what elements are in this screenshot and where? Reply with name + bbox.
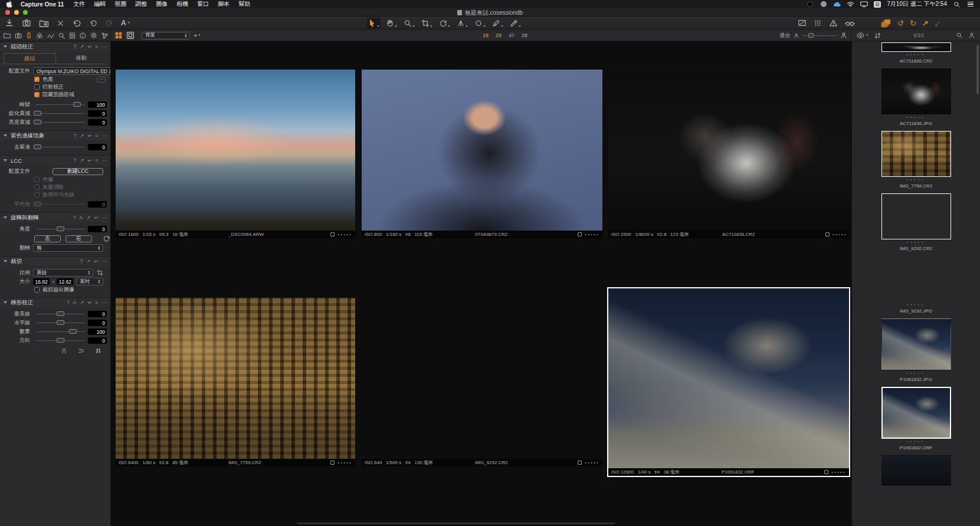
photo-night-bridge[interactable] xyxy=(608,288,849,468)
keystone-horizontal-icon[interactable] xyxy=(77,347,85,354)
rating-dots-icon[interactable]: ••••• xyxy=(585,232,599,236)
select-checkbox[interactable] xyxy=(825,232,830,236)
slider-handle[interactable] xyxy=(57,226,64,231)
keystone-full-icon[interactable] xyxy=(94,347,102,354)
auto-icon[interactable]: A xyxy=(80,215,83,221)
slider-handle[interactable] xyxy=(57,320,64,325)
exposure-warning-icon[interactable] xyxy=(829,18,838,28)
filmstrip-item[interactable]: ••••• IMG_9292.CR2 xyxy=(881,193,951,252)
keystone-vertical-icon[interactable] xyxy=(60,347,68,354)
menu-clock[interactable]: 7月10日 週二 下午2:54 xyxy=(887,0,947,8)
tab-movement[interactable]: 移動 xyxy=(56,53,107,64)
notification-center-icon[interactable] xyxy=(966,1,974,8)
help-icon[interactable]: ? xyxy=(67,300,70,305)
thumbnail[interactable] xyxy=(881,42,951,52)
defringe-slider[interactable] xyxy=(36,147,85,147)
help-icon[interactable]: ? xyxy=(74,157,77,163)
thumbnail[interactable] xyxy=(881,455,951,486)
panel-lens-correction-header[interactable]: 鏡頭校正 ? ↗ ↩ ≡ ⋯ xyxy=(0,41,110,51)
thumbnail[interactable] xyxy=(881,256,951,302)
import-button[interactable] xyxy=(5,18,14,28)
select-checkbox[interactable] xyxy=(330,461,335,465)
collapse-chevron-icon[interactable] xyxy=(4,216,7,219)
thumbnail[interactable] xyxy=(881,131,951,177)
hide-distorted-checkbox[interactable]: ✓ xyxy=(34,92,40,97)
presets-icon[interactable]: ↗ xyxy=(80,133,84,139)
document-proxy-icon[interactable] xyxy=(457,10,462,15)
rating-dots-icon[interactable]: ••••• xyxy=(907,114,925,120)
presets-icon[interactable]: ↗ xyxy=(80,44,84,50)
select-checkbox[interactable] xyxy=(330,232,335,236)
filmstrip-item[interactable] xyxy=(881,455,951,486)
select-checkbox[interactable] xyxy=(578,461,582,465)
tab-capture-icon[interactable] xyxy=(14,30,22,41)
tab-adjustments-icon[interactable] xyxy=(68,30,76,41)
lens-profile-select[interactable]: Olympus M.ZUIKO DIGITAL ED 12-1... xyxy=(33,67,111,75)
uniform-light-slider[interactable] xyxy=(36,204,85,205)
image-cell-img7759[interactable]: ISO 6400 1/60 s f/2.8 85 毫米 IMG_7759.CR2… xyxy=(116,298,355,466)
keystone-horizontal-slider[interactable] xyxy=(36,323,85,323)
rotate-tool[interactable] xyxy=(438,18,451,28)
collapse-chevron-icon[interactable] xyxy=(4,159,7,162)
thumbnail[interactable] xyxy=(881,318,951,370)
spot-removal-tool[interactable] xyxy=(473,18,487,28)
add-tool-button[interactable]: + xyxy=(194,30,201,41)
more-icon[interactable]: ⋯ xyxy=(102,258,107,264)
rotate-left-90-button[interactable]: 左 xyxy=(34,235,61,242)
exposure-evaluation-icon[interactable] xyxy=(798,18,807,28)
photo-portrait-woman[interactable] xyxy=(362,70,602,231)
tab-batch-icon[interactable] xyxy=(101,30,109,41)
more-icon[interactable]: ⋯ xyxy=(102,300,107,305)
presets-icon[interactable]: ↗ xyxy=(80,300,84,305)
menu-item-file[interactable]: 文件 xyxy=(73,0,85,8)
thumbnail[interactable] xyxy=(881,193,951,239)
help-icon[interactable]: ? xyxy=(80,258,83,264)
redo-button[interactable] xyxy=(105,18,113,28)
image-cell-ac711836[interactable]: ISO 2500 1/8000 s f/2.8 123 毫米 AC711836.… xyxy=(608,70,850,238)
grid-overlay-icon[interactable] xyxy=(814,18,822,28)
presets-icon[interactable]: ↗ xyxy=(86,215,90,221)
slider-handle[interactable] xyxy=(34,120,41,124)
more-icon[interactable]: ⋯ xyxy=(102,133,107,139)
panel-crop-header[interactable]: 裁切 ? ↗ ↩ ⋯ xyxy=(0,256,110,266)
viewer-view-button[interactable] xyxy=(126,30,135,41)
presets-icon[interactable]: ↗ xyxy=(86,258,90,264)
crop-outside-checkbox[interactable] xyxy=(34,287,40,292)
local-copy-icon[interactable]: ≡ xyxy=(96,300,99,305)
more-icon[interactable]: ⋯ xyxy=(102,157,107,163)
distortion-slider[interactable] xyxy=(36,104,85,105)
undo-button[interactable] xyxy=(89,18,97,28)
filmstrip-item-current[interactable]: ••••• P1061832.ORF xyxy=(881,387,951,451)
menu-item-help[interactable]: 幫助 xyxy=(238,0,250,8)
menu-item-scripts[interactable]: 腳本 xyxy=(218,0,230,8)
menu-item-adjustments[interactable]: 調整 xyxy=(135,0,147,8)
help-icon[interactable]: ? xyxy=(74,133,77,139)
rating-dots-icon[interactable]: ••••• xyxy=(907,370,925,376)
tab-library-icon[interactable] xyxy=(3,30,11,41)
help-icon[interactable]: ? xyxy=(73,215,76,221)
zoom-fit-label[interactable]: 適合 xyxy=(779,32,790,40)
rating-dots-icon[interactable]: ••••• xyxy=(831,470,846,474)
crop-unit-select[interactable]: 英吋 xyxy=(76,278,103,285)
thumbnail[interactable] xyxy=(881,68,951,114)
image-cell-0t0a9879[interactable]: ISO 800 1/160 s f/8 115 毫米 0T0A9879.CR2 … xyxy=(362,70,602,238)
rating-dots-icon[interactable]: ••••• xyxy=(907,52,925,58)
filmstrip-item[interactable]: ••••• AC711836.JPG xyxy=(881,68,951,127)
capture-button[interactable] xyxy=(22,18,31,28)
keystone-vertical-value[interactable]: 0 xyxy=(88,311,107,317)
panel-lcc-header[interactable]: LCC ? ↗ ↩ ≡ ⋯ xyxy=(0,155,110,165)
messenger-status-icon[interactable] xyxy=(806,1,814,8)
airplay-display-icon[interactable] xyxy=(860,1,868,8)
app-status-icon[interactable] xyxy=(820,1,827,8)
reset-icon[interactable]: ↩ xyxy=(87,44,91,50)
sort-icon[interactable] xyxy=(874,30,881,41)
proof-margin-icon[interactable] xyxy=(845,18,855,28)
chromatic-aberration-checkbox[interactable]: ✓ xyxy=(34,77,40,82)
pick-color-tool[interactable] xyxy=(509,18,522,28)
rating-dots-icon[interactable]: ••••• xyxy=(907,439,925,445)
more-icon[interactable]: ⋯ xyxy=(102,44,107,50)
image-cell-img9292[interactable]: ISO 640 1/500 s f/4 130 毫米 IMG_9292.CR2 … xyxy=(362,298,602,466)
rating-dots-icon[interactable]: ••••• xyxy=(585,461,599,465)
local-copy-icon[interactable]: ≡ xyxy=(96,133,99,139)
crop-tool-icon[interactable] xyxy=(97,269,103,276)
